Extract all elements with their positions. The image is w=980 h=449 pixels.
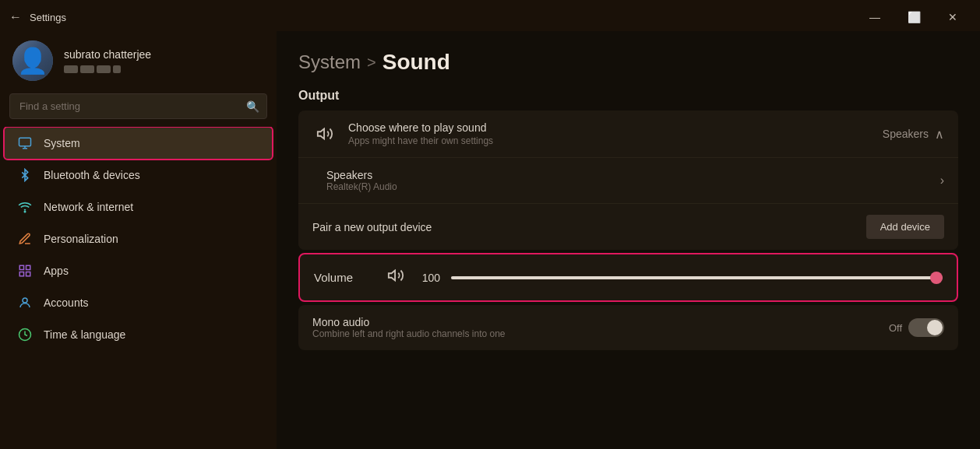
- choose-where-sublabel: Apps might have their own settings: [348, 135, 883, 146]
- mono-audio-sublabel: Combine left and right audio channels in…: [312, 328, 889, 339]
- minimize-button[interactable]: —: [857, 5, 893, 30]
- sidebar-item-apps[interactable]: Apps: [5, 255, 272, 286]
- user-dots: [64, 65, 264, 73]
- volume-thumb: [930, 272, 943, 284]
- sidebar-item-accounts-label: Accounts: [44, 296, 89, 309]
- personalization-icon: [17, 231, 33, 247]
- svg-rect-4: [19, 265, 23, 269]
- toggle-state-label: Off: [889, 322, 902, 334]
- volume-icon: [387, 267, 404, 288]
- speakers-text: Speakers Realtek(R) Audio: [326, 169, 940, 192]
- sidebar-item-network-label: Network & internet: [44, 201, 133, 213]
- add-device-button[interactable]: Add device: [866, 215, 944, 239]
- sidebar-item-personalization-label: Personalization: [44, 233, 118, 245]
- speakers-label: Speakers: [326, 169, 940, 181]
- close-button[interactable]: ✕: [935, 5, 971, 30]
- svg-marker-10: [318, 129, 324, 139]
- accounts-icon: [17, 295, 33, 310]
- volume-track: [451, 276, 943, 279]
- choose-where-row[interactable]: Choose where to play sound Apps might ha…: [298, 110, 958, 158]
- nav-items: System Bluetooth & devices Network & int…: [0, 127, 277, 449]
- speaker-sound-icon: [312, 121, 337, 146]
- speakers-row[interactable]: Speakers Realtek(R) Audio ›: [298, 158, 958, 204]
- user-section: subrato chatterjee: [0, 31, 277, 93]
- search-input[interactable]: [9, 93, 267, 119]
- speakers-sublabel: Realtek(R) Audio: [326, 181, 940, 192]
- pair-device-label: Pair a new output device: [312, 221, 866, 233]
- maximize-button[interactable]: ⬜: [896, 5, 932, 30]
- choose-where-text: Choose where to play sound Apps might ha…: [348, 121, 883, 146]
- breadcrumb-separator: >: [367, 54, 376, 72]
- speakers-value: Speakers: [883, 128, 929, 140]
- svg-rect-5: [26, 265, 30, 269]
- mono-audio-row: Mono audio Combine left and right audio …: [298, 305, 958, 350]
- time-icon: [17, 327, 33, 342]
- system-icon: [17, 135, 33, 151]
- svg-marker-11: [389, 271, 395, 281]
- pair-device-row: Pair a new output device Add device: [298, 204, 958, 250]
- breadcrumb-parent[interactable]: System: [298, 51, 361, 73]
- speakers-chevron-icon: ›: [940, 174, 944, 188]
- toggle-knob: [927, 320, 943, 335]
- breadcrumb: System > Sound: [298, 50, 958, 75]
- user-info: subrato chatterjee: [64, 48, 264, 73]
- output-section-title: Output: [298, 89, 958, 103]
- volume-value: 100: [415, 272, 440, 284]
- apps-icon: [17, 263, 33, 279]
- svg-rect-6: [26, 272, 30, 276]
- volume-label: Volume: [314, 271, 376, 284]
- svg-rect-0: [19, 138, 31, 146]
- sidebar-item-personalization[interactable]: Personalization: [5, 223, 272, 254]
- chevron-up-icon: ∧: [935, 127, 944, 142]
- sidebar-item-bluetooth[interactable]: Bluetooth & devices: [5, 160, 272, 191]
- main-layout: subrato chatterjee 🔍 System: [0, 31, 980, 449]
- network-icon: [17, 199, 33, 215]
- search-box: 🔍: [9, 93, 267, 119]
- choose-where-right: Speakers ∧: [883, 127, 944, 142]
- sidebar-item-bluetooth-label: Bluetooth & devices: [44, 169, 140, 181]
- mono-audio-label: Mono audio: [312, 316, 889, 328]
- sidebar-item-time-label: Time & language: [44, 328, 125, 341]
- sidebar-item-accounts[interactable]: Accounts: [5, 287, 272, 318]
- svg-point-3: [24, 211, 26, 212]
- sidebar-item-network[interactable]: Network & internet: [5, 191, 272, 223]
- sidebar-item-apps-label: Apps: [44, 265, 69, 277]
- window-controls: — ⬜ ✕: [857, 5, 971, 30]
- back-button[interactable]: ←: [9, 10, 22, 24]
- avatar: [12, 40, 53, 81]
- mono-audio-card: Mono audio Combine left and right audio …: [298, 305, 958, 350]
- volume-slider[interactable]: [451, 270, 943, 286]
- svg-point-8: [23, 298, 27, 303]
- svg-rect-7: [19, 272, 23, 276]
- search-icon: 🔍: [246, 100, 259, 113]
- content-area: System > Sound Output Choose where to pl…: [277, 31, 980, 449]
- user-name: subrato chatterjee: [64, 48, 264, 61]
- mono-audio-toggle[interactable]: [908, 318, 944, 337]
- breadcrumb-current: Sound: [382, 50, 450, 75]
- sidebar-item-time[interactable]: Time & language: [5, 319, 272, 350]
- output-card: Choose where to play sound Apps might ha…: [298, 110, 958, 250]
- volume-card: Volume 100: [298, 253, 958, 302]
- mono-audio-toggle-wrap: Off: [889, 318, 944, 337]
- window-title: Settings: [30, 12, 66, 23]
- mono-text: Mono audio Combine left and right audio …: [312, 316, 889, 339]
- choose-where-label: Choose where to play sound: [348, 121, 883, 134]
- sidebar-item-system[interactable]: System: [5, 128, 272, 159]
- titlebar: ← Settings — ⬜ ✕: [0, 0, 980, 31]
- sidebar: subrato chatterjee 🔍 System: [0, 31, 277, 449]
- sidebar-item-system-label: System: [44, 137, 80, 149]
- bluetooth-icon: [17, 167, 33, 183]
- volume-fill: [451, 276, 943, 279]
